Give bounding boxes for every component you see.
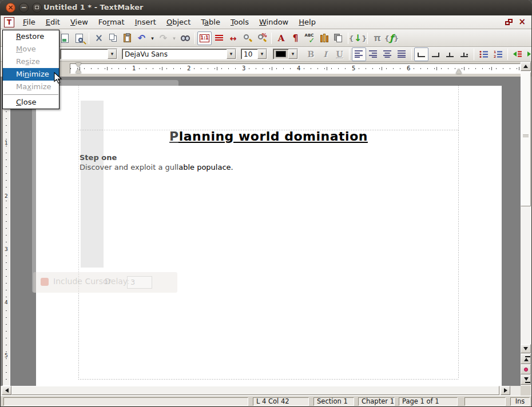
paste-button[interactable] (120, 31, 134, 45)
indent-marker[interactable] (76, 63, 81, 75)
document-restore-icon[interactable] (505, 19, 513, 25)
menu-edit[interactable]: Edit (41, 17, 65, 27)
font-color-picker[interactable]: ▾ (273, 49, 298, 59)
menu-item-minimize[interactable]: Minimize (3, 68, 59, 81)
document-body-text[interactable]: Discover and exploit a gullable populace… (80, 163, 233, 171)
menu-item-restore[interactable]: Restore (3, 30, 59, 43)
ruler-number: 6 (406, 65, 411, 71)
zoom-tool-button[interactable] (240, 31, 255, 45)
chevron-down-icon: ▾ (108, 49, 117, 59)
horizontal-scroll-thumb[interactable] (11, 386, 499, 395)
align-left-button[interactable] (352, 47, 366, 61)
window-title: Untitled 1 * - TextMaker (43, 3, 143, 11)
right-indent-marker[interactable] (456, 69, 462, 74)
textmaker-app-icon[interactable]: T (4, 17, 14, 27)
print-preview-button[interactable] (72, 31, 86, 45)
window-close-button[interactable]: × (6, 3, 15, 13)
ruler-number: 5 (5, 353, 8, 358)
cut-button[interactable] (92, 31, 106, 45)
one-to-one-icon: 1:1 (200, 34, 209, 42)
view-continuous-button[interactable] (212, 31, 226, 45)
window-minimize-button[interactable]: − (19, 3, 29, 13)
font-size-select[interactable]: 10▾ (241, 49, 267, 59)
paragraph-style-select[interactable]: ▾ (60, 49, 117, 59)
paragraph-format-button[interactable]: ¶ (288, 31, 303, 45)
menu-window[interactable]: Window (254, 17, 293, 27)
ruler-number: 2 (186, 65, 191, 71)
partially-hidden-toolbar-icon[interactable] (58, 31, 72, 45)
thesaurus-button[interactable] (317, 31, 331, 45)
status-cursor-position[interactable]: L 4 Col 42 (253, 397, 309, 406)
increase-indent-button[interactable] (525, 47, 532, 61)
undo-button[interactable]: ↶ (134, 31, 149, 45)
document-close-icon[interactable]: × (518, 18, 526, 26)
window-maximize-button[interactable] (32, 3, 42, 13)
vertical-scrollbar[interactable] (521, 62, 531, 386)
underline-button[interactable]: U (332, 47, 347, 61)
character-format-button[interactable]: A (274, 31, 288, 45)
next-page-button[interactable] (521, 374, 531, 385)
bullet-list-button[interactable] (477, 47, 491, 61)
paste-icon (124, 34, 131, 42)
scroll-right-button[interactable] (501, 386, 510, 395)
magnifier-percent-icon: % (258, 34, 266, 42)
zoom-actual-size-button[interactable]: 1:1 (197, 31, 212, 45)
horizontal-scrollbar[interactable] (1, 386, 521, 396)
vertical-scroll-track[interactable] (521, 71, 531, 344)
decrease-indent-button[interactable] (510, 47, 525, 61)
standard-toolbar: ↶ ▾ ↷ ▾ 1:1 ↔ % A ¶ ABC✓ {↓} π {ƒ} (1, 30, 531, 47)
align-center-button[interactable] (380, 47, 395, 61)
document-page[interactable]: Planning world domination Step one Disco… (36, 86, 502, 386)
menu-help[interactable]: Help (293, 17, 321, 27)
bold-button[interactable]: B (304, 47, 318, 61)
insert-field-button[interactable]: {ƒ} (384, 31, 399, 45)
italic-button[interactable]: I (318, 47, 332, 61)
menu-tools[interactable]: Tools (225, 17, 254, 27)
menu-separator (3, 94, 58, 95)
tab-center-button[interactable] (443, 47, 457, 61)
formula-button[interactable]: π (370, 31, 384, 45)
justify-button[interactable] (395, 47, 409, 61)
tab-left-button[interactable] (414, 47, 428, 61)
font-name-select[interactable]: DejaVu Sans▾ (122, 49, 236, 59)
magnifier-icon (244, 34, 252, 42)
zoom-level-button[interactable]: % (255, 31, 269, 45)
numbered-list-button[interactable]: 12 (491, 47, 505, 61)
vertical-scroll-thumb[interactable] (521, 72, 531, 206)
vertical-ruler[interactable]: 1 2 3 4 5 (2, 77, 10, 386)
menu-view[interactable]: View (65, 17, 93, 27)
tab-decimal-button[interactable] (457, 47, 471, 61)
copy-button[interactable] (106, 31, 120, 45)
find-button[interactable] (178, 31, 192, 45)
menu-object[interactable]: Object (161, 17, 196, 27)
menu-insert[interactable]: Insert (130, 17, 161, 27)
menu-format[interactable]: Format (93, 17, 130, 27)
menu-item-move: Move (3, 43, 59, 55)
horizontal-ruler[interactable]: 1 2 3 4 5 6 (70, 63, 521, 74)
document-heading[interactable]: Planning world domination (79, 129, 458, 143)
svg-text:1: 1 (494, 50, 496, 54)
status-section[interactable]: Section 1 (313, 397, 354, 406)
align-right-button[interactable] (366, 47, 380, 61)
menu-table[interactable]: Table (196, 17, 225, 27)
scroll-down-button[interactable] (521, 344, 531, 353)
undo-dropdown[interactable]: ▾ (149, 31, 156, 45)
compare-documents-button[interactable] (331, 31, 346, 45)
mail-merge-button[interactable]: {↓} (351, 31, 365, 45)
titlebar[interactable]: × − Untitled 1 * - TextMaker (0, 0, 532, 15)
menu-item-close[interactable]: Close (3, 96, 59, 109)
browse-object-button[interactable] (521, 364, 531, 374)
status-page[interactable]: Page 1 of 1 (399, 397, 458, 406)
fit-page-width-button[interactable]: ↔ (226, 31, 240, 45)
scroll-up-button[interactable] (521, 62, 531, 71)
previous-page-button[interactable] (521, 354, 531, 364)
page-up-icon (523, 356, 529, 362)
status-insert-mode[interactable]: Ins (510, 397, 530, 406)
spellcheck-button[interactable]: ABC✓ (303, 31, 317, 45)
menu-file[interactable]: File (18, 17, 41, 27)
tab-right-button[interactable] (428, 47, 443, 61)
document-subheading[interactable]: Step one (80, 153, 117, 162)
ruler-number: 4 (296, 65, 301, 71)
scroll-left-button[interactable] (2, 386, 11, 395)
status-chapter[interactable]: Chapter 1 (358, 397, 395, 406)
